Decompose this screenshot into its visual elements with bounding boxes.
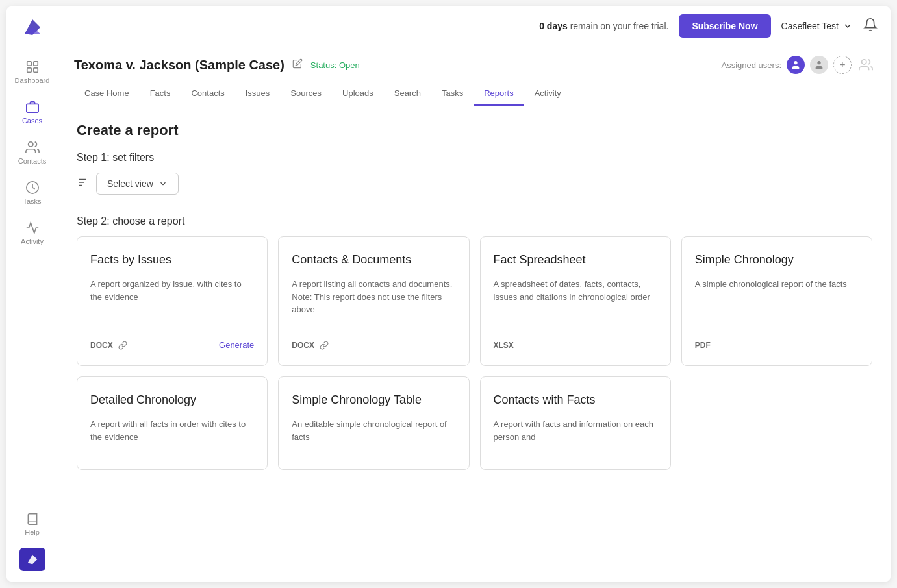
sidebar-item-tasks[interactable]: Tasks — [10, 174, 55, 212]
user-menu[interactable]: Casefleet Test — [781, 21, 853, 31]
case-header: Texoma v. Jackson (Sample Case) Status: … — [58, 45, 891, 106]
report-card-desc: A report organized by issue, with cites … — [90, 278, 254, 330]
chevron-down-icon — [842, 21, 853, 31]
user-name: Casefleet Test — [781, 21, 839, 31]
report-card-title: Contacts & Documents — [292, 252, 455, 267]
add-user-button[interactable]: + — [833, 56, 852, 74]
report-format: XLSX — [494, 341, 514, 350]
tab-uploads[interactable]: Uploads — [332, 82, 384, 106]
avatar-user2[interactable] — [810, 56, 828, 74]
report-card-title: Facts by Issues — [90, 252, 254, 267]
sidebar-item-label: Cases — [22, 117, 42, 125]
report-format: DOCX — [90, 341, 113, 350]
sidebar-item-cases[interactable]: Cases — [10, 93, 55, 131]
step2-title: Step 2: choose a report — [77, 215, 872, 227]
tab-activity[interactable]: Activity — [524, 82, 572, 106]
report-card-footer: PDF — [695, 341, 859, 350]
step1-section: Step 1: set filters Select view — [77, 152, 872, 195]
assigned-label: Assigned users: — [722, 60, 782, 70]
report-card-simple-chronology-table[interactable]: Simple Chronology Table An editable simp… — [278, 376, 469, 470]
case-title-row: Texoma v. Jackson (Sample Case) Status: … — [74, 56, 875, 74]
report-card-fact-spreadsheet[interactable]: Fact Spreadsheet A spreadsheet of dates,… — [480, 236, 671, 366]
assigned-section: Assigned users: + — [722, 56, 876, 74]
report-card-desc: A report with facts and information on e… — [494, 418, 657, 443]
report-card-desc: A simple chronological report of the fac… — [695, 278, 859, 330]
svg-rect-0 — [27, 62, 31, 66]
app-logo — [19, 14, 45, 40]
chevron-down-icon — [158, 179, 168, 188]
report-card-desc: A spreadsheet of dates, facts, contacts,… — [494, 278, 657, 330]
avatar-user1[interactable] — [787, 56, 805, 74]
report-card-title: Simple Chronology Table — [292, 393, 455, 408]
tab-contacts[interactable]: Contacts — [181, 82, 234, 106]
tab-issues[interactable]: Issues — [235, 82, 281, 106]
topbar-right: 0 days remain on your free trial. Subscr… — [539, 14, 878, 38]
topbar: 0 days remain on your free trial. Subscr… — [58, 6, 891, 45]
report-card-simple-chronology[interactable]: Simple Chronology A simple chronological… — [681, 236, 872, 366]
sidebar-item-label: Tasks — [23, 197, 41, 205]
sidebar-item-label: Activity — [21, 238, 44, 245]
select-view-button[interactable]: Select view — [96, 173, 179, 195]
svg-rect-4 — [26, 104, 38, 112]
generate-link[interactable]: Generate — [219, 340, 254, 350]
tab-case-home[interactable]: Case Home — [74, 82, 140, 106]
report-card-detailed-chronology[interactable]: Detailed Chronology A report with all fa… — [77, 376, 268, 470]
reports-grid: Facts by Issues A report organized by is… — [77, 236, 872, 366]
sidebar-item-contacts[interactable]: Contacts — [10, 134, 55, 171]
case-tabs: Case Home Facts Contacts Issues Sources … — [74, 82, 875, 106]
report-card-desc: An editable simple chronological report … — [292, 418, 455, 443]
case-title: Texoma v. Jackson (Sample Case) — [74, 58, 284, 73]
svg-rect-1 — [33, 62, 37, 66]
svg-point-9 — [862, 60, 866, 64]
report-format: DOCX — [292, 341, 314, 350]
link-icon — [118, 341, 127, 350]
report-card-title: Fact Spreadsheet — [494, 252, 657, 267]
svg-rect-2 — [27, 68, 31, 72]
step1-title: Step 1: set filters — [77, 152, 872, 164]
svg-point-8 — [817, 61, 820, 64]
report-card-contacts-with-facts[interactable]: Contacts with Facts A report with facts … — [480, 376, 671, 470]
report-card-contacts-documents[interactable]: Contacts & Documents A report listing al… — [278, 236, 469, 366]
tab-search[interactable]: Search — [384, 82, 431, 106]
sidebar-bottom: Help — [19, 506, 45, 574]
tab-reports[interactable]: Reports — [474, 82, 524, 106]
svg-rect-3 — [33, 68, 37, 72]
tab-tasks[interactable]: Tasks — [431, 82, 474, 106]
subscribe-button[interactable]: Subscribe Now — [679, 14, 770, 38]
tab-facts[interactable]: Facts — [140, 82, 181, 106]
sidebar-logo-bottom — [19, 548, 45, 571]
sidebar-item-dashboard[interactable]: Dashboard — [10, 53, 55, 91]
report-card-footer: DOCX Generate — [90, 340, 254, 350]
page-title: Create a report — [77, 122, 872, 139]
main-content: 0 days remain on your free trial. Subscr… — [58, 6, 891, 582]
select-view-label: Select view — [107, 178, 153, 189]
report-format: PDF — [695, 341, 711, 350]
trial-text: 0 days remain on your free trial. — [539, 21, 668, 31]
tab-sources[interactable]: Sources — [280, 82, 332, 106]
sidebar-item-label: Contacts — [18, 157, 46, 165]
page-content: Create a report Step 1: set filters Sele… — [58, 106, 891, 582]
edit-icon[interactable] — [292, 58, 303, 71]
sidebar-help[interactable]: Help — [19, 506, 45, 543]
report-card-title: Simple Chronology — [695, 252, 859, 267]
report-card-footer: XLSX — [494, 341, 657, 350]
sidebar: Dashboard Cases Contacts Tasks Activity … — [6, 6, 58, 582]
help-label: Help — [25, 528, 40, 536]
report-card-footer: DOCX — [292, 341, 455, 350]
users-icon — [857, 56, 875, 74]
report-card-title: Detailed Chronology — [90, 393, 254, 408]
notification-icon[interactable] — [863, 18, 878, 34]
report-card-desc: A report listing all contacts and docume… — [292, 278, 455, 330]
step2-section: Step 2: choose a report Facts by Issues … — [77, 215, 872, 470]
sidebar-item-activity[interactable]: Activity — [10, 214, 55, 252]
filter-bar: Select view — [77, 173, 872, 195]
link-icon — [320, 341, 329, 350]
sidebar-item-label: Dashboard — [15, 77, 50, 84]
report-card-title: Contacts with Facts — [494, 393, 657, 408]
svg-point-5 — [28, 142, 32, 147]
report-card-desc: A report with all facts in order with ci… — [90, 418, 254, 443]
reports-grid-row2: Detailed Chronology A report with all fa… — [77, 376, 872, 470]
report-card-facts-by-issues[interactable]: Facts by Issues A report organized by is… — [77, 236, 268, 366]
trial-suffix: remain on your free trial. — [568, 21, 669, 31]
filter-icon[interactable] — [77, 177, 88, 191]
